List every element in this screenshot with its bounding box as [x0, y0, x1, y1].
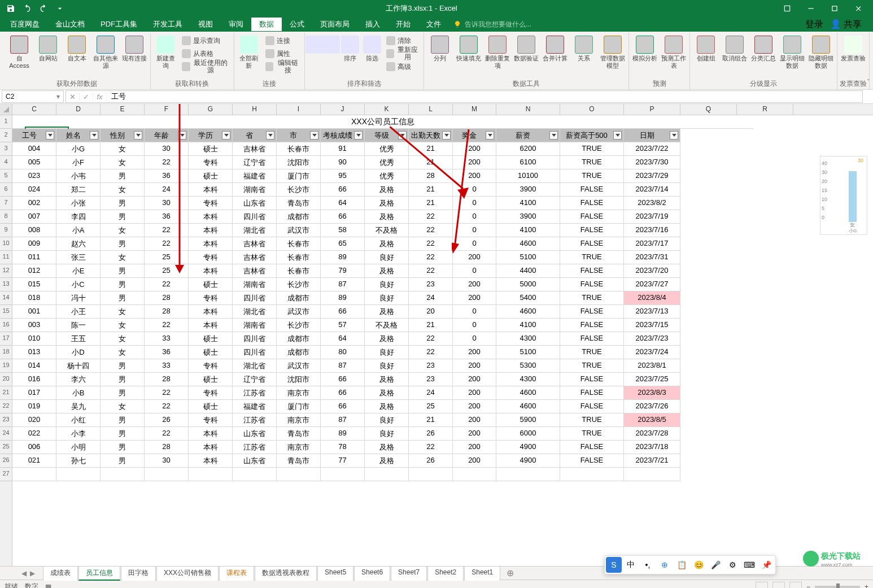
table-cell[interactable]: 男 [101, 386, 145, 400]
table-cell[interactable] [453, 468, 496, 481]
table-cell[interactable]: 22 [409, 332, 453, 346]
table-cell[interactable]: FALSE [560, 210, 624, 224]
table-cell[interactable]: 22 [145, 427, 189, 441]
table-cell[interactable]: 女 [101, 332, 145, 346]
column-header[interactable]: L [409, 104, 453, 115]
table-cell[interactable] [189, 468, 233, 481]
table-header[interactable]: 等级 [365, 129, 409, 142]
table-cell[interactable]: 长沙市 [277, 183, 321, 197]
table-cell[interactable]: 2023/8/4 [624, 291, 680, 305]
table-cell[interactable]: 长沙市 [277, 278, 321, 291]
table-cell[interactable]: 良好 [365, 251, 409, 264]
table-cell[interactable]: 6000 [496, 427, 560, 441]
table-cell[interactable]: 0 [453, 197, 496, 210]
table-cell[interactable]: 2023/7/31 [624, 251, 680, 264]
table-cell[interactable]: 015 [12, 278, 56, 291]
table-cell[interactable]: 厦门市 [277, 400, 321, 413]
table-cell[interactable]: 5900 [496, 413, 560, 427]
table-cell[interactable]: 专科 [189, 386, 233, 400]
table-cell[interactable]: FALSE [560, 373, 624, 386]
table-cell[interactable]: FALSE [560, 441, 624, 454]
table-cell[interactable]: 22 [145, 400, 189, 413]
table-cell[interactable]: 30 [145, 454, 189, 468]
table-cell[interactable]: 66 [321, 400, 365, 413]
table-cell[interactable]: 李四 [56, 210, 101, 224]
table-cell[interactable]: 23 [409, 373, 453, 386]
table-cell[interactable] [277, 468, 321, 481]
table-cell[interactable]: 四川省 [233, 210, 277, 224]
table-cell[interactable]: 专科 [189, 156, 233, 169]
table-cell[interactable]: FALSE [560, 264, 624, 278]
table-cell[interactable]: 女 [101, 156, 145, 169]
ribbon-btn[interactable]: 显示明细数据 [779, 34, 806, 71]
table-cell[interactable]: 良好 [365, 291, 409, 305]
table-cell[interactable]: 良好 [365, 359, 409, 373]
table-cell[interactable]: 0 [453, 319, 496, 332]
table-cell[interactable]: 及格 [365, 197, 409, 210]
row-header[interactable]: 11 [0, 251, 12, 264]
collapse-ribbon-button[interactable]: ˇ [867, 78, 870, 86]
table-cell[interactable]: 4900 [496, 454, 560, 468]
column-header[interactable]: O [560, 104, 624, 115]
row-header[interactable]: 7 [0, 197, 12, 210]
table-header[interactable]: 奖金 [453, 129, 496, 142]
table-cell[interactable]: 28 [409, 169, 453, 183]
table-cell[interactable]: 4600 [496, 237, 560, 251]
sheet-tab[interactable]: 田字格 [121, 566, 156, 581]
table-cell[interactable]: FALSE [560, 237, 624, 251]
table-cell[interactable]: 90 [321, 156, 365, 169]
name-box[interactable]: C2▾ [2, 90, 64, 103]
sheet-tab[interactable]: 数据透视表教程 [255, 566, 317, 581]
table-header[interactable]: 学历 [189, 129, 233, 142]
table-cell[interactable]: 200 [453, 441, 496, 454]
filter-dropdown[interactable] [222, 131, 230, 140]
table-header[interactable]: 出勤天数 [409, 129, 453, 142]
table-cell[interactable]: 007 [12, 210, 56, 224]
table-cell[interactable]: 87 [321, 413, 365, 427]
add-sheet-button[interactable]: ⊕ [501, 568, 520, 578]
table-cell[interactable]: 女 [101, 142, 145, 156]
table-cell[interactable]: 2023/7/22 [624, 142, 680, 156]
table-cell[interactable]: 2023/7/14 [624, 183, 680, 197]
table-cell[interactable]: 89 [321, 251, 365, 264]
table-cell[interactable] [560, 468, 624, 481]
table-cell[interactable]: 吉林省 [233, 142, 277, 156]
table-cell[interactable]: 及格 [365, 441, 409, 454]
table-cell[interactable]: 2023/7/20 [624, 264, 680, 278]
table-cell[interactable]: 200 [453, 142, 496, 156]
table-cell[interactable]: 硕士 [189, 278, 233, 291]
column-header[interactable]: D [56, 104, 101, 115]
row-header[interactable]: 21 [0, 386, 12, 400]
ribbon-btn[interactable]: 新建查询 [153, 34, 178, 71]
table-cell[interactable]: 男 [101, 441, 145, 454]
table-cell[interactable]: 本科 [189, 264, 233, 278]
table-cell[interactable]: 22 [409, 346, 453, 359]
menu-tab-4[interactable]: 公式 [282, 18, 312, 31]
zoom-in-button[interactable]: + [865, 583, 868, 589]
table-cell[interactable]: 本科 [189, 441, 233, 454]
table-cell[interactable]: 2023/8/5 [624, 413, 680, 427]
filter-dropdown[interactable] [613, 131, 622, 140]
table-cell[interactable] [365, 468, 409, 481]
table-cell[interactable]: 及格 [365, 400, 409, 413]
table-cell[interactable]: 28 [145, 291, 189, 305]
ribbon-btn[interactable]: 全部刷新 [237, 34, 261, 71]
table-cell[interactable]: 26 [409, 427, 453, 441]
table-cell[interactable]: 2023/7/19 [624, 210, 680, 224]
table-cell[interactable]: 专科 [189, 197, 233, 210]
table-cell[interactable]: 2023/7/30 [624, 156, 680, 169]
table-cell[interactable]: 沈阳市 [277, 373, 321, 386]
table-cell[interactable]: 女 [101, 183, 145, 197]
table-cell[interactable]: 成都市 [277, 291, 321, 305]
table-cell[interactable]: 男 [101, 237, 145, 251]
table-cell[interactable]: 湖南省 [233, 319, 277, 332]
table-cell[interactable]: TRUE [560, 251, 624, 264]
table-cell[interactable] [12, 468, 56, 481]
ribbon-btn[interactable] [324, 34, 338, 56]
table-cell[interactable]: 80 [321, 346, 365, 359]
column-header[interactable]: H [233, 104, 277, 115]
table-cell[interactable]: 22 [145, 156, 189, 169]
table-cell[interactable]: 66 [321, 373, 365, 386]
table-cell[interactable]: 小B [56, 386, 101, 400]
table-cell[interactable]: 及格 [365, 264, 409, 278]
